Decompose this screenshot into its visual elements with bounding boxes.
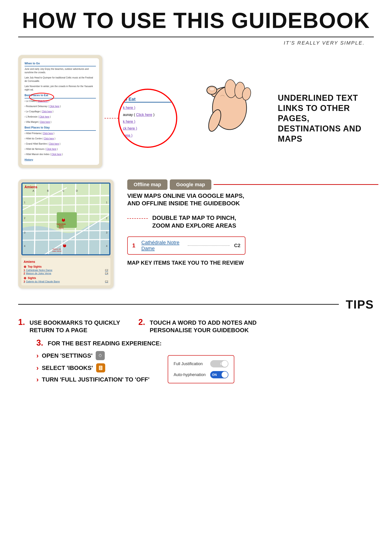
tip-3-item-0-text: Open 'Settings' xyxy=(42,352,93,359)
map-image-area: Amiens A B C D 1 2 3 4 1 2 3 4 xyxy=(21,183,110,255)
svg-text:Cathédrale: Cathédrale xyxy=(57,223,66,225)
map-key-name[interactable]: Cathédrale Notre Dame xyxy=(141,240,183,251)
guidebook-mockup: When to Go June and early July Enjoy the… xyxy=(18,55,102,168)
when-to-go-text3: Late November In winter, join the crowds… xyxy=(25,85,96,91)
svg-text:C: C xyxy=(63,189,64,192)
tip-2-num: 2. xyxy=(138,318,147,326)
eat-item-2: › Le Coquillage ( Click here ) xyxy=(25,110,96,113)
zoomed-content: to Eat k here ) aunay ( Click here ) k h… xyxy=(119,90,176,141)
svg-line-19 xyxy=(89,183,89,255)
map-legend-area: Amiens ⊕ Top Sights 1Cathédrale Notre Da… xyxy=(21,258,110,285)
svg-text:B: B xyxy=(47,189,49,192)
stay-item-1: › Hôtel du Centre ( Click here ) xyxy=(25,137,96,140)
svg-line-16 xyxy=(48,183,49,255)
arrow-icon-1: › xyxy=(36,364,39,372)
svg-text:4: 4 xyxy=(106,245,108,247)
dotted-line xyxy=(104,118,118,119)
zoomed-item-3: ck here ) xyxy=(123,125,173,132)
tip-3-item-0: › Open 'Settings' xyxy=(36,351,149,360)
map-key-box: 1 Cathédrale Notre Dame C2 xyxy=(127,236,245,255)
stay-item-2: › Grand Hôtel Barrière ( Click here ) xyxy=(25,142,96,145)
tip-3-list: › Open 'Settings' › Select 'iBooks' xyxy=(36,351,149,383)
map-key-block: 1 Cathédrale Notre Dame C2 MAP KEY ITEMS… xyxy=(127,236,378,266)
section-links: When to Go June and early July Enjoy the… xyxy=(0,46,392,175)
tip-2-text: TOUCH A WORD TO ADD NOTES ANDPERSONALISE… xyxy=(150,318,257,335)
tips-header-row: TIPS xyxy=(0,298,392,311)
eat-item-3: › L'Ambrosie ( Click here ) xyxy=(25,115,96,119)
links-label-area: UNDERLINED TEXTLINKS TO OTHER PAGES,DEST… xyxy=(269,93,379,144)
sight-0: 3Galerie du Vitrail Claude Barre C2 xyxy=(24,280,108,283)
arrow-icon-0: › xyxy=(36,352,39,360)
google-map-button[interactable]: Google map xyxy=(170,179,211,190)
tip-1: 1. USE BOOKMARKS TO QUICKLYRETURN TO A P… xyxy=(18,318,120,335)
tip-3-item-2: › Turn 'Full Justification' to 'off' xyxy=(36,376,149,383)
svg-line-20 xyxy=(100,183,100,255)
toggle-row-1: Auto-hyphenation ON xyxy=(174,371,228,378)
stay-item-0: › Hôtel Printania ( Click here ) xyxy=(25,132,96,135)
eat-item-4: › Villa Marget ( Click here ) xyxy=(25,120,96,124)
toggle-switch-0[interactable]: OFF xyxy=(210,360,228,367)
fake-map: Amiens A B C D 1 2 3 4 1 2 3 4 xyxy=(22,183,110,255)
settings-icon xyxy=(96,351,105,360)
toggle-text-1: ON xyxy=(212,373,217,376)
svg-text:1: 1 xyxy=(106,201,108,204)
zoomed-circle: to Eat k here ) aunay ( Click here ) k h… xyxy=(118,89,177,148)
map-buttons-block: Offline map Google map VIEW MAPS ONLINE … xyxy=(127,179,378,208)
svg-text:1: 1 xyxy=(63,218,64,220)
tip-3-header: 3. FOR THE BEST READING EXPERIENCE: xyxy=(36,339,374,347)
tips-section: 1. USE BOOKMARKS TO QUICKLYRETURN TO A P… xyxy=(0,311,392,392)
tip-3-text: FOR THE BEST READING EXPERIENCE: xyxy=(48,339,162,347)
svg-text:3: 3 xyxy=(24,231,25,234)
places-to-eat-title: Best Places to Eat xyxy=(25,93,96,98)
map-desc2: DOUBLE TAP MAP TO PINCH,ZOOM AND EXPLORE… xyxy=(152,214,236,230)
tip-3-num: 3. xyxy=(36,339,45,347)
svg-text:Amiens: Amiens xyxy=(24,185,37,189)
map-key-desc: MAP KEY ITEMS TAKE YOU TO THE REVIEW xyxy=(127,259,378,266)
tip-3-item-2-text: Turn 'Full Justification' to 'off' xyxy=(42,376,149,383)
links-label: UNDERLINED TEXTLINKS TO OTHER PAGES,DEST… xyxy=(278,93,379,144)
toggles-area: Full Justification OFF Auto-hyphenation … xyxy=(168,355,234,383)
zoom-desc-block: DOUBLE TAP MAP TO PINCH,ZOOM AND EXPLORE… xyxy=(127,214,378,230)
top-sight-0: 1Cathédrale Notre Dame C2 xyxy=(24,269,108,272)
tip-2: 2. TOUCH A WORD TO ADD NOTES ANDPERSONAL… xyxy=(138,318,257,335)
when-to-go-text1: June and early July Enjoy the beaches, o… xyxy=(25,67,96,74)
map-divider xyxy=(213,184,378,185)
svg-point-7 xyxy=(209,87,215,91)
sights-label: ⊕ Sights xyxy=(24,276,108,280)
tip-3-block: 3. FOR THE BEST READING EXPERIENCE: › Op… xyxy=(18,339,374,383)
section-maps: Amiens A B C D 1 2 3 4 1 2 3 4 xyxy=(0,175,392,295)
tips-label: TIPS xyxy=(339,298,374,311)
zoomed-item-1: aunay ( Click here ) xyxy=(123,111,173,118)
toggle-label-0: Full Justification xyxy=(174,361,203,366)
stay-item-4: › Hôtel Manoir des Indes ( Click here ) xyxy=(25,153,96,156)
svg-text:Maison de: Maison de xyxy=(53,248,61,250)
map-desc1: VIEW MAPS ONLINE VIA GOOGLE MAPS,AND OFF… xyxy=(127,192,378,208)
map-buttons-row: Offline map Google map xyxy=(127,179,378,190)
zoomed-item-0: k here ) xyxy=(123,104,173,111)
map-svg: Amiens A B C D 1 2 3 4 1 2 3 4 xyxy=(22,183,110,255)
hand-icon-area xyxy=(168,72,269,144)
zoom-dotted-line xyxy=(127,218,148,219)
tip-3-item-1: › Select 'iBooks' xyxy=(36,363,149,372)
offline-map-button[interactable]: Offline map xyxy=(127,179,168,190)
tips-row-1: 1. USE BOOKMARKS TO QUICKLYRETURN TO A P… xyxy=(18,318,374,335)
zoomed-item-2: k here ) xyxy=(123,118,173,125)
svg-text:2: 2 xyxy=(106,217,108,220)
zoomed-title: to Eat xyxy=(123,97,173,103)
places-to-stay-title: Best Places to Stay xyxy=(25,125,96,131)
stay-item-3: › Hôtel de Nemours ( Click here ) xyxy=(25,147,96,151)
zoom-connector: to Eat k here ) aunay ( Click here ) k h… xyxy=(104,89,177,148)
svg-text:Dame: Dame xyxy=(59,227,64,229)
tip-3-item-1-text: Select 'iBooks' xyxy=(42,365,93,371)
when-to-go-text2: Late July Head to Quimper for traditiona… xyxy=(25,76,96,83)
history-link[interactable]: History xyxy=(25,158,96,162)
page-title: HOW TO USE THIS GUIDEBOOK xyxy=(18,9,374,32)
toggle-switch-1[interactable]: ON xyxy=(210,371,228,378)
svg-text:2: 2 xyxy=(64,243,65,245)
eat-item-1: › Restaurant Delaunay ( Click here ) xyxy=(25,105,96,108)
svg-text:A: A xyxy=(33,189,34,192)
toggle-knob-1 xyxy=(222,371,228,378)
zoomed-item-4: here ) xyxy=(123,132,173,139)
subtitle: IT'S REALLY VERY SIMPLE. xyxy=(0,37,392,46)
tips-divider xyxy=(18,304,339,305)
